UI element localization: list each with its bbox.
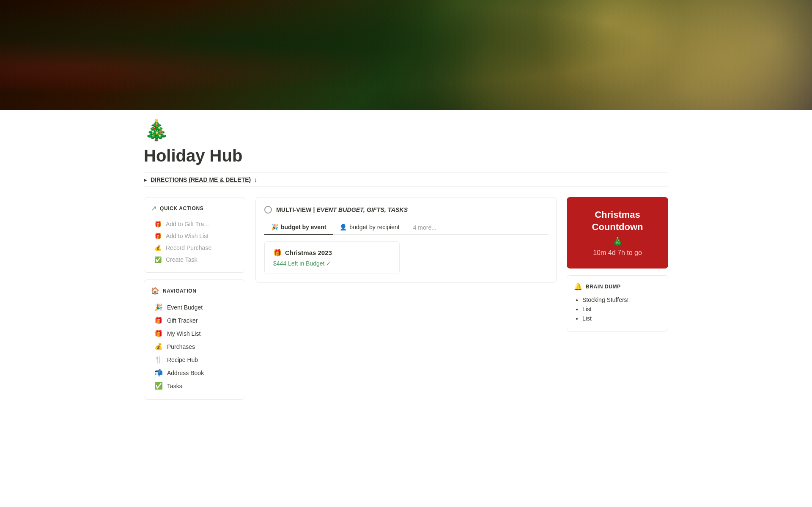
purchase-icon: 💰 [154,244,162,251]
directions-bar[interactable]: ▶ DIRECTIONS (READ ME & DELETE) ↓ [144,173,668,187]
tab-more[interactable]: 4 more... [406,221,443,234]
nav-address-book[interactable]: 📬 Address Book [151,366,238,379]
nav-label: Gift Tracker [167,317,198,324]
countdown-title: Christmas Countdown [575,209,660,233]
gift-icon: 🎁 [154,221,162,227]
nav-tasks[interactable]: ✅ Tasks [151,379,238,392]
brain-item-2: List [582,306,661,312]
brain-dump-title: BRAIN DUMP [586,284,621,290]
page-icon-wrap: 🎄 [144,110,668,145]
left-panel: ↗ QUICK ACTIONS 🎁 Add to Gift Tra... 🎁 A… [144,197,245,400]
wish-list-icon: 🎁 [154,329,163,337]
quick-action-label: Create Task [166,256,197,263]
quick-actions-card: ↗ QUICK ACTIONS 🎁 Add to Gift Tra... 🎁 A… [144,197,245,273]
nav-label: Address Book [167,370,204,376]
countdown-card: Christmas Countdown 🎄 10m 4d 7h to go [567,197,668,269]
multiview-card: MULTI-VIEW | EVENT BUDGET, GIFTS, TASKS … [255,197,557,283]
address-book-icon: 📬 [154,369,163,377]
task-icon: ✅ [154,256,162,263]
tab-label: budget by recipient [349,224,399,230]
multiview-title: MULTI-VIEW | EVENT BUDGET, GIFTS, TASKS [276,206,408,213]
tab-label: budget by event [281,224,326,230]
recipe-hub-icon: 🍴 [154,356,163,364]
countdown-tree-icon: 🎄 [575,236,660,247]
nav-gift-tracker[interactable]: 🎁 Gift Tracker [151,314,238,327]
event-data-card: 🎁 Christmas 2023 $444 Left in Budget ✓ [264,241,400,274]
purchases-icon: 💰 [154,343,163,351]
nav-label: My Wish List [167,330,200,337]
nav-event-budget[interactable]: 🎉 Event Budget [151,301,238,314]
nav-recipe-hub[interactable]: 🍴 Recipe Hub [151,353,238,366]
countdown-time: 10m 4d 7h to go [575,249,660,257]
nav-label: Tasks [167,383,182,389]
quick-action-label: Add to Gift Tra... [166,221,209,227]
quick-actions-header: ↗ QUICK ACTIONS [151,204,238,212]
right-panel: Christmas Countdown 🎄 10m 4d 7h to go 🔔 … [567,197,668,332]
tab-budget-by-recipient[interactable]: 👤 budget by recipient [333,220,406,235]
nav-label: Recipe Hub [167,356,198,363]
page-icon: 🎄 [144,118,169,142]
tab-event-icon: 🎉 [271,224,278,230]
quick-actions-icon: ↗ [151,204,156,212]
hero-banner [0,0,812,110]
nav-label: Event Budget [167,304,203,311]
directions-arrow-icon: ↓ [254,176,257,183]
nav-wish-list[interactable]: 🎁 My Wish List [151,327,238,340]
directions-triangle-icon: ▶ [144,178,147,182]
brain-item-3: List [582,315,661,322]
navigation-card: 🏠 NAVIGATION 🎉 Event Budget 🎁 Gift Track… [144,280,245,400]
navigation-list: 🎉 Event Budget 🎁 Gift Tracker 🎁 My Wish … [151,301,238,392]
page-title: Holiday Hub [144,145,668,166]
brain-dump-header: 🔔 BRAIN DUMP [574,282,661,290]
quick-actions-list: 🎁 Add to Gift Tra... 🎁 Add to Wish List … [151,218,238,266]
quick-action-label: Record Purchase [166,244,211,251]
nav-label: Purchases [167,343,195,350]
data-card-title: 🎁 Christmas 2023 [273,249,391,257]
quick-action-add-wishlist[interactable]: 🎁 Add to Wish List [151,230,238,242]
data-card-gift-icon: 🎁 [273,249,282,257]
data-card-name: Christmas 2023 [285,249,332,256]
center-panel: MULTI-VIEW | EVENT BUDGET, GIFTS, TASKS … [255,197,557,283]
tasks-icon: ✅ [154,382,163,390]
brain-dump-card: 🔔 BRAIN DUMP Stocking Stuffers! List Lis… [567,275,668,332]
brain-dump-icon: 🔔 [574,282,582,290]
multiview-circle-icon [264,206,272,214]
data-card-budget: $444 Left in Budget ✓ [273,260,391,267]
multiview-title-prefix: MULTI-VIEW | [276,206,317,213]
gift-tracker-icon: 🎁 [154,316,163,324]
quick-action-add-gift[interactable]: 🎁 Add to Gift Tra... [151,218,238,230]
quick-action-create-task[interactable]: ✅ Create Task [151,254,238,266]
navigation-header: 🏠 NAVIGATION [151,287,238,295]
brain-dump-list: Stocking Stuffers! List List [574,296,661,322]
quick-action-record-purchase[interactable]: 💰 Record Purchase [151,242,238,254]
tab-recipient-icon: 👤 [340,224,347,230]
home-icon: 🏠 [151,287,159,295]
multiview-header: MULTI-VIEW | EVENT BUDGET, GIFTS, TASKS [264,206,548,214]
quick-action-label: Add to Wish List [166,233,208,239]
multiview-title-italic: EVENT BUDGET, GIFTS, TASKS [317,206,408,213]
quick-actions-title: QUICK ACTIONS [160,206,203,211]
tab-budget-by-event[interactable]: 🎉 budget by event [264,220,333,235]
main-grid: ↗ QUICK ACTIONS 🎁 Add to Gift Tra... 🎁 A… [144,197,668,400]
nav-purchases[interactable]: 💰 Purchases [151,340,238,353]
navigation-title: NAVIGATION [163,288,197,294]
event-budget-icon: 🎉 [154,303,163,311]
tabs-row: 🎉 budget by event 👤 budget by recipient … [264,220,548,235]
brain-item-1: Stocking Stuffers! [582,296,661,303]
directions-label: DIRECTIONS (READ ME & DELETE) [151,176,251,183]
wishlist-icon: 🎁 [154,233,162,239]
